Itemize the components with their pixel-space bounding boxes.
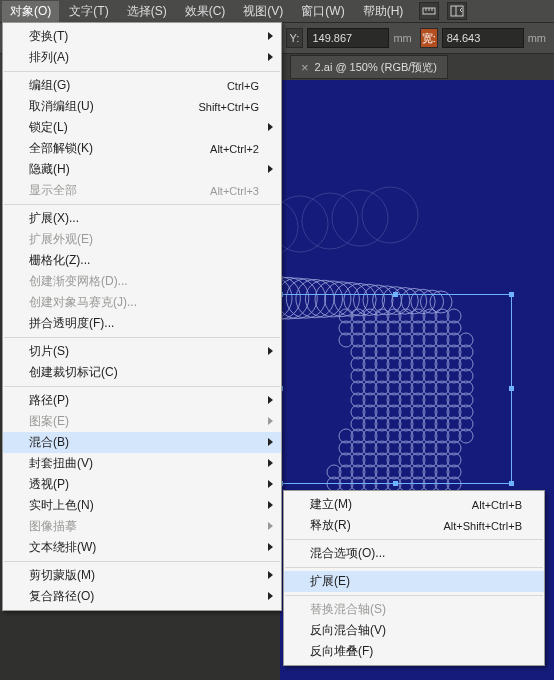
- smi-reverse-spine[interactable]: 反向混合轴(V): [284, 620, 544, 641]
- submenu-arrow-icon: [268, 32, 273, 40]
- mi-text-wrap[interactable]: 文本绕排(W): [3, 537, 281, 558]
- mi-expand-appearance: 扩展外观(E): [3, 229, 281, 250]
- mi-live-paint[interactable]: 实时上色(N): [3, 495, 281, 516]
- submenu-arrow-icon: [268, 480, 273, 488]
- mi-flatten[interactable]: 拼合透明度(F)...: [3, 313, 281, 334]
- smi-reverse-front[interactable]: 反向堆叠(F): [284, 641, 544, 662]
- handle-rc[interactable]: [509, 386, 514, 391]
- arrange-docs-icon[interactable]: [447, 2, 467, 20]
- smi-release[interactable]: 释放(R)Alt+Shift+Ctrl+B: [284, 515, 544, 536]
- w-unit: mm: [528, 32, 550, 44]
- svg-point-11: [362, 187, 418, 243]
- mi-show-all: 显示全部Alt+Ctrl+3: [3, 180, 281, 201]
- mi-lock[interactable]: 锁定(L): [3, 117, 281, 138]
- y-unit: mm: [393, 32, 415, 44]
- mi-expand[interactable]: 扩展(X)...: [3, 208, 281, 229]
- menu-view[interactable]: 视图(V): [235, 1, 291, 22]
- smi-options[interactable]: 混合选项(O)...: [284, 543, 544, 564]
- handle-br[interactable]: [509, 481, 514, 486]
- mi-object-mosaic: 创建对象马赛克(J)...: [3, 292, 281, 313]
- submenu-arrow-icon: [268, 459, 273, 467]
- submenu-arrow-icon: [268, 438, 273, 446]
- y-input[interactable]: [307, 28, 389, 48]
- y-label: Y:: [286, 28, 304, 48]
- submenu-arrow-icon: [268, 522, 273, 530]
- ruler-toggle-icon[interactable]: [419, 2, 439, 20]
- submenu-arrow-icon: [268, 501, 273, 509]
- submenu-arrow-icon: [268, 165, 273, 173]
- object-menu: 变换(T) 排列(A) 编组(G)Ctrl+G 取消编组(U)Shift+Ctr…: [2, 22, 282, 611]
- mi-rasterize[interactable]: 栅格化(Z)...: [3, 250, 281, 271]
- mi-trim-marks[interactable]: 创建裁切标记(C): [3, 362, 281, 383]
- mi-path[interactable]: 路径(P): [3, 390, 281, 411]
- tab-title: 2.ai @ 150% (RGB/预览): [315, 60, 437, 75]
- menu-effect[interactable]: 效果(C): [177, 1, 234, 22]
- menu-select[interactable]: 选择(S): [119, 1, 175, 22]
- w-label: 宽:: [420, 28, 438, 48]
- submenu-arrow-icon: [268, 571, 273, 579]
- menu-window[interactable]: 窗口(W): [293, 1, 352, 22]
- submenu-arrow-icon: [268, 123, 273, 131]
- menubar: 对象(O) 文字(T) 选择(S) 效果(C) 视图(V) 窗口(W) 帮助(H…: [0, 0, 554, 23]
- submenu-arrow-icon: [268, 53, 273, 61]
- selection-bounds[interactable]: [280, 294, 512, 484]
- close-tab-icon[interactable]: ×: [301, 60, 309, 75]
- handle-tc[interactable]: [393, 292, 398, 297]
- svg-point-10: [332, 190, 388, 246]
- submenu-arrow-icon: [268, 396, 273, 404]
- svg-point-9: [302, 193, 358, 249]
- mi-hide[interactable]: 隐藏(H): [3, 159, 281, 180]
- mi-blend[interactable]: 混合(B): [3, 432, 281, 453]
- mi-unlock-all[interactable]: 全部解锁(K)Alt+Ctrl+2: [3, 138, 281, 159]
- smi-make[interactable]: 建立(M)Alt+Ctrl+B: [284, 494, 544, 515]
- mi-pattern: 图案(E): [3, 411, 281, 432]
- w-input[interactable]: [442, 28, 524, 48]
- menu-separator: [285, 595, 543, 596]
- mi-image-trace: 图像描摹: [3, 516, 281, 537]
- submenu-arrow-icon: [268, 417, 273, 425]
- menu-separator: [4, 337, 280, 338]
- menu-separator: [285, 539, 543, 540]
- smi-expand[interactable]: 扩展(E): [284, 571, 544, 592]
- menu-separator: [4, 71, 280, 72]
- menu-help[interactable]: 帮助(H): [355, 1, 412, 22]
- menu-separator: [4, 561, 280, 562]
- smi-replace-spine: 替换混合轴(S): [284, 599, 544, 620]
- menu-separator: [4, 204, 280, 205]
- mi-arrange[interactable]: 排列(A): [3, 47, 281, 68]
- submenu-arrow-icon: [268, 592, 273, 600]
- mi-envelope[interactable]: 封套扭曲(V): [3, 453, 281, 474]
- mi-perspective[interactable]: 透视(P): [3, 474, 281, 495]
- submenu-arrow-icon: [268, 347, 273, 355]
- submenu-arrow-icon: [268, 543, 273, 551]
- mi-gradient-mesh: 创建渐变网格(D)...: [3, 271, 281, 292]
- mi-transform[interactable]: 变换(T): [3, 26, 281, 47]
- handle-bc[interactable]: [393, 481, 398, 486]
- mi-slice[interactable]: 切片(S): [3, 341, 281, 362]
- mi-ungroup[interactable]: 取消编组(U)Shift+Ctrl+G: [3, 96, 281, 117]
- menu-type[interactable]: 文字(T): [61, 1, 116, 22]
- mi-compound-path[interactable]: 复合路径(O): [3, 586, 281, 607]
- menu-object[interactable]: 对象(O): [2, 1, 59, 22]
- blend-submenu: 建立(M)Alt+Ctrl+B 释放(R)Alt+Shift+Ctrl+B 混合…: [283, 490, 545, 666]
- mi-group[interactable]: 编组(G)Ctrl+G: [3, 75, 281, 96]
- handle-tr[interactable]: [509, 292, 514, 297]
- mi-clipping-mask[interactable]: 剪切蒙版(M): [3, 565, 281, 586]
- menu-separator: [285, 567, 543, 568]
- document-tab[interactable]: × 2.ai @ 150% (RGB/预览): [290, 55, 448, 79]
- menu-separator: [4, 386, 280, 387]
